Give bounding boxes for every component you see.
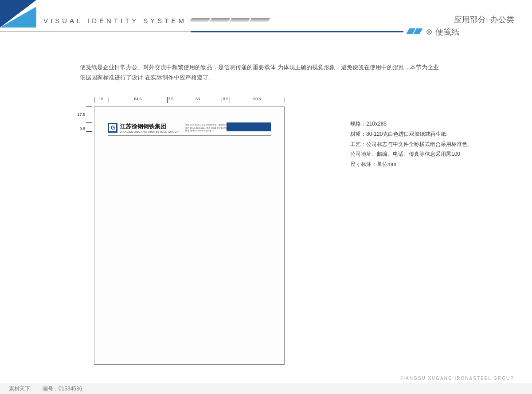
company-contact-info: 地址 江苏省铜山县企业集团管委（利国镇） 电话 0516-87151111 传真…: [185, 123, 227, 132]
company-name-zh: 江苏徐钢钢铁集团: [120, 122, 179, 130]
meta-strip: 素材天下 编号：01534536: [0, 383, 532, 394]
memo-paper: 江苏徐钢钢铁集团 JIANGSU XUGANG IRON&STEEL GROUP…: [94, 106, 285, 365]
visual-identity-title: VISUAL IDENTITY SYSTEM: [43, 17, 187, 24]
meta-id: 编号：01534536: [43, 385, 82, 393]
footer-company-en: JIANGSU XUGANG IRON&STEEL GROUP: [400, 376, 514, 381]
intro-paragraph: 便笺纸是企业日常办公、对外交流中频繁使用的物品，是信息传递的重要载体 为体现正确…: [80, 62, 443, 83]
company-logo-icon: [108, 123, 117, 133]
horizontal-dimensions: 16 64.5 7.5 53 8.5 60.5: [94, 97, 285, 105]
subsection-label: 便笺纸: [426, 27, 459, 37]
specification-block: 规格：210x285 材质：80-120克白色进口双胶纸或再生纸 工艺：公司标志…: [350, 119, 473, 169]
spec-process-2: 公司地址、邮编、电话、传真等信息采用黑100: [350, 149, 473, 159]
spec-unit: 尺寸标注：单位mm: [350, 159, 473, 169]
letterhead: 江苏徐钢钢铁集团 JIANGSU XUGANG IRON&STEEL GROUP…: [108, 122, 271, 133]
logo-triangle: [0, 0, 36, 28]
letterhead-rule: [108, 135, 271, 136]
bullet-icon: [426, 29, 432, 35]
meta-source: 素材天下: [9, 385, 30, 393]
section-label: 应用部分··办公类: [454, 14, 514, 25]
spec-size: 规格：210x285: [350, 119, 473, 129]
company-name-en: JIANGSU XUGANG IRON&STEEL GROUP: [120, 130, 179, 133]
header-rule-blue: [191, 31, 403, 32]
subsection-text: 便笺纸: [435, 27, 459, 37]
accent-triangles: [408, 28, 421, 34]
header-slash-decor: [191, 18, 269, 22]
letterhead-blue-block: [227, 122, 271, 131]
spec-process-1: 工艺：公司标志与中文件全称横式组合采用标准色、: [350, 139, 473, 150]
spec-material: 材质：80-120克白色进口双胶纸或再生纸: [350, 129, 473, 139]
